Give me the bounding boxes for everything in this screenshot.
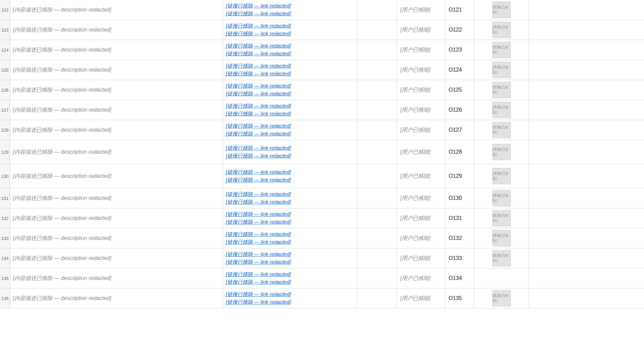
- empty-cell[interactable]: [357, 100, 397, 120]
- empty-cell[interactable]: [357, 228, 397, 248]
- code-cell[interactable]: O125: [445, 80, 474, 100]
- description-cell[interactable]: [内容描述已移除 — description redacted]: [10, 20, 223, 40]
- download-link-2[interactable]: [链接已移除 — link redacted]: [226, 111, 291, 117]
- trailing-empty-cell[interactable]: [529, 80, 644, 100]
- download-link-1[interactable]: [链接已移除 — link redacted]: [226, 291, 291, 298]
- thumbnail-cell[interactable]: [图像已移除]: [474, 288, 529, 308]
- row-number[interactable]: 124: [0, 40, 10, 60]
- description-cell[interactable]: [内容描述已移除 — description redacted]: [10, 120, 223, 140]
- download-link-2[interactable]: [链接已移除 — link redacted]: [226, 11, 291, 17]
- code-cell[interactable]: O132: [445, 228, 474, 248]
- uploader-cell[interactable]: [用户已移除]: [397, 120, 445, 140]
- trailing-empty-cell[interactable]: [529, 288, 644, 308]
- row-number[interactable]: 132: [0, 208, 10, 228]
- uploader-cell[interactable]: [用户已移除]: [397, 140, 445, 164]
- description-cell[interactable]: [内容描述已移除 — description redacted]: [10, 164, 223, 188]
- download-link-1[interactable]: [链接已移除 — link redacted]: [226, 103, 291, 109]
- trailing-empty-cell[interactable]: [529, 60, 644, 80]
- uploader-cell[interactable]: [用户已移除]: [397, 20, 445, 40]
- empty-cell[interactable]: [357, 288, 397, 308]
- empty-cell[interactable]: [357, 40, 397, 60]
- download-link-1[interactable]: [链接已移除 — link redacted]: [226, 63, 291, 69]
- empty-cell[interactable]: [357, 188, 397, 208]
- trailing-empty-cell[interactable]: [529, 188, 644, 208]
- thumbnail-cell[interactable]: [图像已移除]: [474, 208, 529, 228]
- uploader-cell[interactable]: [用户已移除]: [397, 248, 445, 268]
- thumbnail-cell[interactable]: [图像已移除]: [474, 100, 529, 120]
- row-number[interactable]: 122: [0, 0, 10, 20]
- code-cell[interactable]: O124: [445, 60, 474, 80]
- description-cell[interactable]: [内容描述已移除 — description redacted]: [10, 268, 223, 288]
- trailing-empty-cell[interactable]: [529, 40, 644, 60]
- download-link-2[interactable]: [链接已移除 — link redacted]: [226, 219, 291, 225]
- uploader-cell[interactable]: [用户已移除]: [397, 188, 445, 208]
- thumbnail-cell[interactable]: [图像已移除]: [474, 120, 529, 140]
- row-number[interactable]: 128: [0, 120, 10, 140]
- trailing-empty-cell[interactable]: [529, 0, 644, 20]
- thumbnail-cell[interactable]: [图像已移除]: [474, 228, 529, 248]
- download-link-2[interactable]: [链接已移除 — link redacted]: [226, 279, 291, 285]
- download-link-2[interactable]: [链接已移除 — link redacted]: [226, 153, 291, 159]
- uploader-cell[interactable]: [用户已移除]: [397, 40, 445, 60]
- download-link-1[interactable]: [链接已移除 — link redacted]: [226, 3, 291, 9]
- description-cell[interactable]: [内容描述已移除 — description redacted]: [10, 100, 223, 120]
- description-cell[interactable]: [内容描述已移除 — description redacted]: [10, 188, 223, 208]
- trailing-empty-cell[interactable]: [529, 248, 644, 268]
- download-link-2[interactable]: [链接已移除 — link redacted]: [226, 177, 291, 183]
- download-link-1[interactable]: [链接已移除 — link redacted]: [226, 231, 291, 238]
- download-link-2[interactable]: [链接已移除 — link redacted]: [226, 71, 291, 77]
- empty-cell[interactable]: [357, 268, 397, 288]
- code-cell[interactable]: O123: [445, 40, 474, 60]
- download-link-2[interactable]: [链接已移除 — link redacted]: [226, 239, 291, 245]
- description-cell[interactable]: [内容描述已移除 — description redacted]: [10, 140, 223, 164]
- download-link-2[interactable]: [链接已移除 — link redacted]: [226, 299, 291, 305]
- code-cell[interactable]: O121: [445, 0, 474, 20]
- code-cell[interactable]: O127: [445, 120, 474, 140]
- thumbnail-cell[interactable]: [图像已移除]: [474, 248, 529, 268]
- description-cell[interactable]: [内容描述已移除 — description redacted]: [10, 228, 223, 248]
- download-link-1[interactable]: [链接已移除 — link redacted]: [226, 43, 291, 49]
- row-number[interactable]: 135: [0, 268, 10, 288]
- description-cell[interactable]: [内容描述已移除 — description redacted]: [10, 80, 223, 100]
- code-cell[interactable]: O129: [445, 164, 474, 188]
- download-link-2[interactable]: [链接已移除 — link redacted]: [226, 131, 291, 137]
- uploader-cell[interactable]: [用户已移除]: [397, 164, 445, 188]
- empty-cell[interactable]: [357, 120, 397, 140]
- trailing-empty-cell[interactable]: [529, 228, 644, 248]
- thumbnail-cell[interactable]: [图像已移除]: [474, 164, 529, 188]
- trailing-empty-cell[interactable]: [529, 120, 644, 140]
- uploader-cell[interactable]: [用户已移除]: [397, 80, 445, 100]
- download-link-1[interactable]: [链接已移除 — link redacted]: [226, 211, 291, 218]
- code-cell[interactable]: O126: [445, 100, 474, 120]
- code-cell[interactable]: O135: [445, 288, 474, 308]
- download-link-1[interactable]: [链接已移除 — link redacted]: [226, 83, 291, 89]
- code-cell[interactable]: O134: [445, 268, 474, 288]
- download-link-1[interactable]: [链接已移除 — link redacted]: [226, 123, 291, 129]
- download-link-1[interactable]: [链接已移除 — link redacted]: [226, 145, 291, 151]
- trailing-empty-cell[interactable]: [529, 268, 644, 288]
- empty-cell[interactable]: [357, 80, 397, 100]
- description-cell[interactable]: [内容描述已移除 — description redacted]: [10, 248, 223, 268]
- thumbnail-cell[interactable]: [图像已移除]: [474, 188, 529, 208]
- description-cell[interactable]: [内容描述已移除 — description redacted]: [10, 40, 223, 60]
- download-link-1[interactable]: [链接已移除 — link redacted]: [226, 23, 291, 29]
- empty-cell[interactable]: [357, 60, 397, 80]
- thumbnail-cell[interactable]: [图像已移除]: [474, 40, 529, 60]
- trailing-empty-cell[interactable]: [529, 140, 644, 164]
- code-cell[interactable]: O131: [445, 208, 474, 228]
- description-cell[interactable]: [内容描述已移除 — description redacted]: [10, 208, 223, 228]
- row-number[interactable]: 127: [0, 100, 10, 120]
- thumbnail-cell[interactable]: [图像已移除]: [474, 20, 529, 40]
- download-link-2[interactable]: [链接已移除 — link redacted]: [226, 51, 291, 57]
- thumbnail-cell[interactable]: [图像已移除]: [474, 140, 529, 164]
- uploader-cell[interactable]: [用户已移除]: [397, 208, 445, 228]
- download-link-2[interactable]: [链接已移除 — link redacted]: [226, 91, 291, 97]
- empty-cell[interactable]: [357, 208, 397, 228]
- trailing-empty-cell[interactable]: [529, 164, 644, 188]
- code-cell[interactable]: O130: [445, 188, 474, 208]
- row-number[interactable]: 129: [0, 140, 10, 164]
- thumbnail-cell[interactable]: [图像已移除]: [474, 60, 529, 80]
- uploader-cell[interactable]: [用户已移除]: [397, 60, 445, 80]
- row-number[interactable]: 131: [0, 188, 10, 208]
- uploader-cell[interactable]: [用户已移除]: [397, 268, 445, 288]
